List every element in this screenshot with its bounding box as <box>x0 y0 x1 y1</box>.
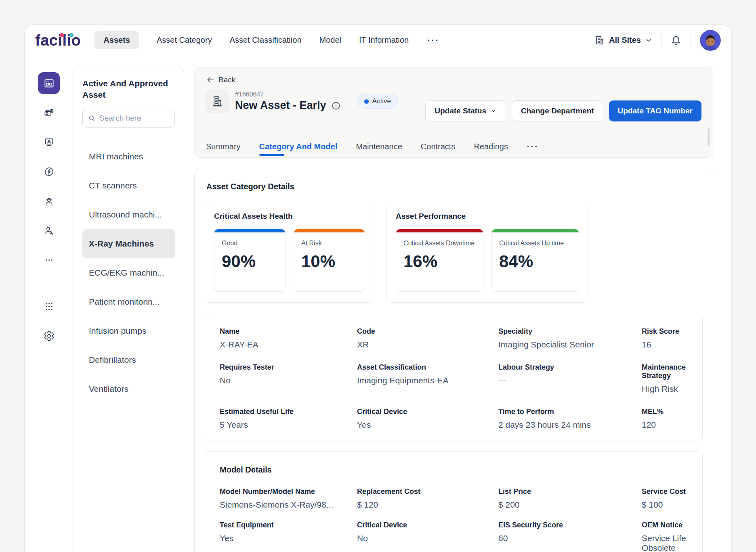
status-dot <box>364 99 369 104</box>
scrollbar-thumb[interactable] <box>708 128 710 146</box>
rail-item-dashboard[interactable] <box>38 72 60 94</box>
field-model-critical-device: Critical DeviceNo <box>357 521 498 552</box>
rail-item-energy[interactable] <box>38 161 60 182</box>
stat-at-risk: At Risk 10% <box>294 229 365 292</box>
tab-summary[interactable]: Summary <box>206 136 241 157</box>
panel-title: Active And Approved Asset <box>82 78 175 100</box>
health-card-title: Critical Assets Health <box>214 212 365 221</box>
stat-uptime: Critical Assets Up time 84% <box>491 229 579 292</box>
field-service-cost: Service Cost$ 100 <box>642 487 688 510</box>
list-item-infusion-pumps[interactable]: Infusion pumps <box>82 316 175 345</box>
tab-category-and-model[interactable]: Category And Model <box>259 136 338 157</box>
search-input[interactable] <box>99 114 170 123</box>
worker-icon <box>44 196 55 207</box>
asset-performance-card: Asset Performance Critical Assets Downti… <box>386 202 588 303</box>
field-requires-tester: Requires TesterNo <box>220 363 357 394</box>
header-actions: Update Status Change Department Update T… <box>425 100 701 121</box>
list-item-mri-machines[interactable]: MRI machines <box>82 142 175 171</box>
field-model-number: Model Number/Model NameSiemens-Siemens X… <box>220 487 357 510</box>
field-critical-device: Critical DeviceYes <box>357 408 498 430</box>
model-details-title: Model Details <box>220 465 688 475</box>
status-label: Active <box>372 97 391 105</box>
facilio-logo[interactable]: facilio <box>35 32 81 48</box>
rail-item-apps[interactable] <box>38 295 60 317</box>
field-eis-security-score: EIS Security Score60 <box>498 521 642 552</box>
change-department-button[interactable]: Change Department <box>512 100 603 121</box>
user-avatar[interactable] <box>700 30 721 51</box>
tenant-key-icon <box>44 225 55 236</box>
nav-more-icon[interactable]: ··· <box>427 35 439 46</box>
critical-assets-health-card: Critical Assets Health Good 90% At Risk … <box>205 202 374 303</box>
navbar-divider <box>691 33 691 48</box>
field-speciality: SpecialityImaging Specialist Senior <box>498 327 642 349</box>
nav-item-it-information[interactable]: IT Information <box>359 36 409 45</box>
back-arrow-icon <box>206 75 215 84</box>
list-item-defibrillators[interactable]: Defibrillators <box>82 345 175 374</box>
update-status-button[interactable]: Update Status <box>425 100 506 121</box>
field-estimated-useful-life: Estimated Useful Life5 Years <box>220 408 357 430</box>
notifications-bell-icon[interactable] <box>670 35 682 46</box>
rail-item-workforce[interactable] <box>38 190 60 212</box>
stat-value: 84% <box>499 252 579 271</box>
tab-maintenance[interactable]: Maintenance <box>356 136 402 157</box>
top-navbar: facilio Assets Asset Category Asset Clas… <box>25 25 731 56</box>
list-item-xray-machines[interactable]: X-Ray Machines <box>82 229 175 258</box>
title-divider <box>349 92 349 111</box>
site-selector[interactable]: All Sites <box>594 35 652 46</box>
stat-value: 90% <box>222 252 285 271</box>
stat-bar-at-risk <box>294 229 365 232</box>
navbar-right: All Sites <box>594 30 721 51</box>
kpi-row: Critical Assets Health Good 90% At Risk … <box>205 202 703 303</box>
section-title: Asset Category Details <box>206 182 703 191</box>
detail-tabs: Summary Category And Model Maintenance C… <box>206 136 539 157</box>
back-button[interactable]: Back <box>206 75 242 84</box>
tab-contracts[interactable]: Contracts <box>421 136 456 157</box>
logo-text: facilio <box>35 32 81 49</box>
tab-readings[interactable]: Readings <box>474 136 508 157</box>
stat-label: Critical Assets Up time <box>499 240 579 247</box>
model-details-card: Model Details Model Number/Model NameSie… <box>205 451 703 552</box>
list-item-ct-scanners[interactable]: CT scanners <box>82 171 175 200</box>
chevron-down-icon <box>490 108 497 114</box>
asset-category-list: MRI machines CT scanners Ultrasound mach… <box>82 142 175 404</box>
status-badge: Active <box>357 94 398 109</box>
asset-title: New Asset - Early <box>235 99 326 112</box>
nav-item-asset-category[interactable]: Asset Category <box>157 36 212 45</box>
field-asset-classification: Asset ClassificationImaging Equipments-E… <box>357 363 498 394</box>
stat-label: At Risk <box>301 240 365 247</box>
back-label: Back <box>218 75 235 84</box>
asset-title-block: #1660647 New Asset - Early <box>235 91 341 112</box>
rail-item-asset-finance[interactable] <box>38 102 60 123</box>
energy-icon <box>44 166 55 177</box>
rail-item-tenant[interactable] <box>38 220 60 241</box>
chevron-down-icon <box>645 37 652 44</box>
update-tag-label: Update TAG Number <box>618 107 693 115</box>
primary-nav: Assets Asset Category Asset Classificati… <box>94 31 439 49</box>
list-item-ecg-ekg[interactable]: ECG/EKG machin... <box>82 258 175 287</box>
asset-header-card: Back #1660647 New Asset - Early <box>194 67 713 158</box>
settings-gear-icon <box>44 330 55 341</box>
list-item-patient-monitoring[interactable]: Patient monitorin... <box>82 287 175 316</box>
field-list-price: List Price$ 200 <box>498 487 642 510</box>
field-mel-percent: MEL%120 <box>642 408 688 430</box>
logo-dot-pink <box>60 33 64 37</box>
info-icon[interactable] <box>331 101 341 111</box>
asset-search[interactable] <box>82 109 175 128</box>
stat-bar-good <box>214 229 285 232</box>
asset-list-panel: Active And Approved Asset MRI machines C… <box>73 67 184 552</box>
nav-item-model[interactable]: Model <box>319 36 341 45</box>
field-oem-notice: OEM NoticeService Life Obsolete <box>642 521 688 552</box>
update-status-label: Update Status <box>435 107 486 115</box>
app-window: facilio Assets Asset Category Asset Clas… <box>24 24 732 552</box>
rail-item-kiosk[interactable] <box>38 131 60 153</box>
update-tag-number-button[interactable]: Update TAG Number <box>609 100 701 121</box>
rail-item-more[interactable] <box>38 249 60 271</box>
field-maintenance-strategy: Maintenance StrategyHigh Risk <box>642 363 688 394</box>
apps-grid-icon <box>44 301 55 312</box>
nav-item-assets[interactable]: Assets <box>94 31 139 49</box>
tabs-more-icon[interactable]: ··· <box>527 136 539 157</box>
rail-item-settings[interactable] <box>38 325 60 347</box>
nav-item-asset-classification[interactable]: Asset Classificatiion <box>230 36 302 45</box>
list-item-ventilators[interactable]: Ventilators <box>82 374 175 404</box>
list-item-ultrasound[interactable]: Ultrasound machi... <box>82 200 175 229</box>
